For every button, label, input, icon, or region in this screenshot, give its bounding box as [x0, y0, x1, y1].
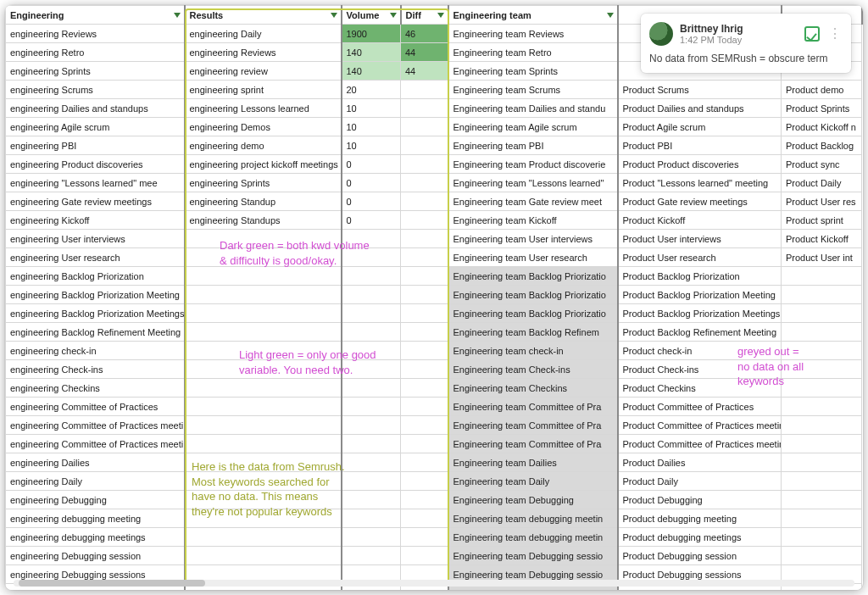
cell[interactable] — [401, 323, 448, 342]
table-row[interactable]: engineering Backlog PriorizationEngineer… — [6, 267, 862, 286]
table-row[interactable]: engineering Scrumsengineering sprint20En… — [6, 81, 862, 99]
cell[interactable] — [185, 248, 342, 267]
cell[interactable] — [185, 286, 342, 304]
cell[interactable] — [401, 136, 448, 155]
cell[interactable]: Product Backlog — [782, 136, 862, 155]
cell[interactable]: Product Daily — [618, 472, 782, 491]
cell[interactable]: Product Committee of Practices meetings — [618, 435, 782, 453]
table-row[interactable]: engineering Dailies and standupsengineer… — [6, 99, 862, 118]
table-row[interactable]: engineering Backlog Refinement MeetingEn… — [6, 323, 862, 342]
col-engineering-team[interactable]: Engineering team — [448, 6, 618, 25]
cell[interactable]: engineering "Lessons learned" mee — [6, 174, 185, 192]
cell[interactable]: Product sprint — [782, 211, 862, 230]
cell[interactable]: Engineering team Dailies — [448, 453, 618, 472]
cell[interactable] — [342, 230, 401, 248]
cell[interactable] — [401, 379, 448, 398]
cell[interactable]: Product Backlog Priorization Meetings — [618, 304, 782, 323]
cell[interactable]: engineering Product discoveries — [6, 155, 185, 174]
cell[interactable]: engineering Committee of Practices meeti… — [6, 435, 185, 453]
cell[interactable]: 10 — [342, 118, 401, 136]
cell[interactable] — [342, 267, 401, 286]
cell[interactable]: engineering Kickoff — [6, 211, 185, 230]
cell[interactable] — [342, 360, 401, 379]
cell[interactable]: engineering debugging meetings — [6, 528, 185, 547]
cell[interactable]: engineering Backlog Priorization Meeting… — [6, 304, 185, 323]
col-engineering[interactable]: Engineering — [6, 6, 185, 25]
cell[interactable]: Engineering team Dailies and standu — [448, 99, 618, 118]
cell[interactable]: Product Checkins — [618, 379, 782, 398]
cell[interactable] — [401, 155, 448, 174]
cell[interactable]: engineering Daily — [185, 25, 342, 43]
cell[interactable] — [342, 472, 401, 491]
cell[interactable]: engineering Agile scrum — [6, 118, 185, 136]
cell[interactable]: engineering Retro — [6, 43, 185, 62]
cell[interactable]: Product Dailies and standups — [618, 99, 782, 118]
cell[interactable]: Product User res — [782, 192, 862, 211]
cell[interactable] — [342, 416, 401, 435]
table-row[interactable]: engineering check-inEngineering team che… — [6, 342, 862, 360]
cell[interactable]: engineering Check-ins — [6, 360, 185, 379]
cell[interactable] — [185, 230, 342, 248]
cell[interactable]: Engineering team Checkins — [448, 379, 618, 398]
cell[interactable] — [782, 398, 862, 416]
data-table[interactable]: Engineering Results Volume Diff Engineer… — [5, 5, 863, 590]
cell[interactable]: engineering Sprints — [185, 174, 342, 192]
cell[interactable] — [782, 472, 862, 491]
cell[interactable]: Engineering team Reviews — [448, 25, 618, 43]
horizontal-scrollbar[interactable] — [14, 580, 854, 587]
cell[interactable] — [782, 304, 862, 323]
cell[interactable] — [401, 248, 448, 267]
col-results[interactable]: Results — [185, 6, 342, 25]
cell[interactable] — [185, 267, 342, 286]
cell[interactable]: Engineering team Debugging — [448, 491, 618, 509]
cell[interactable]: engineering Gate review meetings — [6, 192, 185, 211]
cell[interactable]: engineering Debugging session — [6, 547, 185, 565]
table-row[interactable]: engineering debugging meetingsEngineerin… — [6, 528, 862, 547]
cell[interactable] — [782, 360, 862, 379]
cell[interactable]: Engineering team "Lessons learned" — [448, 174, 618, 192]
cell[interactable]: engineering Lessons learned — [185, 99, 342, 118]
cell[interactable]: engineering Demos — [185, 118, 342, 136]
cell[interactable]: Engineering team User interviews — [448, 230, 618, 248]
table-row[interactable]: engineering User researchEngineering tea… — [6, 248, 862, 267]
table-row[interactable]: engineering DailiesEngineering team Dail… — [6, 453, 862, 472]
cell[interactable]: Product Kickoff — [782, 230, 862, 248]
table-row[interactable]: engineering Backlog Priorization Meeting… — [6, 286, 862, 304]
table-row[interactable]: engineering Backlog Priorization Meeting… — [6, 304, 862, 323]
cell[interactable] — [782, 491, 862, 509]
cell[interactable]: engineering PBI — [6, 136, 185, 155]
cell[interactable] — [342, 453, 401, 472]
filter-icon[interactable] — [331, 13, 337, 18]
cell[interactable]: Engineering team Committee of Pra — [448, 435, 618, 453]
cell[interactable] — [401, 211, 448, 230]
cell[interactable] — [782, 416, 862, 435]
cell[interactable]: Product PBI — [618, 136, 782, 155]
cell[interactable] — [185, 509, 342, 528]
cell[interactable] — [401, 547, 448, 565]
cell[interactable]: engineering Dailies and standups — [6, 99, 185, 118]
cell[interactable]: engineering Committee of Practices meeti… — [6, 416, 185, 435]
cell[interactable] — [401, 174, 448, 192]
cell[interactable] — [185, 323, 342, 342]
cell[interactable]: 0 — [342, 192, 401, 211]
cell[interactable] — [401, 118, 448, 136]
cell[interactable]: engineering Backlog Priorization Meeting — [6, 286, 185, 304]
cell[interactable] — [782, 286, 862, 304]
col-diff[interactable]: Diff — [401, 6, 448, 25]
cell[interactable] — [401, 509, 448, 528]
cell[interactable]: Engineering team Sprints — [448, 62, 618, 81]
cell[interactable]: Engineering team Backlog Priorizatio — [448, 267, 618, 286]
cell[interactable] — [401, 286, 448, 304]
cell[interactable]: 20 — [342, 81, 401, 99]
cell[interactable]: engineering demo — [185, 136, 342, 155]
cell[interactable]: Product User int — [782, 248, 862, 267]
cell[interactable]: Product User research — [618, 248, 782, 267]
cell[interactable]: Engineering team debugging meetin — [448, 509, 618, 528]
cell[interactable] — [782, 509, 862, 528]
cell[interactable] — [185, 379, 342, 398]
filter-icon[interactable] — [174, 13, 181, 18]
cell[interactable]: engineering Dailies — [6, 453, 185, 472]
scrollbar-thumb[interactable] — [19, 580, 205, 587]
table-row[interactable]: engineering DebuggingEngineering team De… — [6, 491, 862, 509]
cell[interactable]: 10 — [342, 136, 401, 155]
